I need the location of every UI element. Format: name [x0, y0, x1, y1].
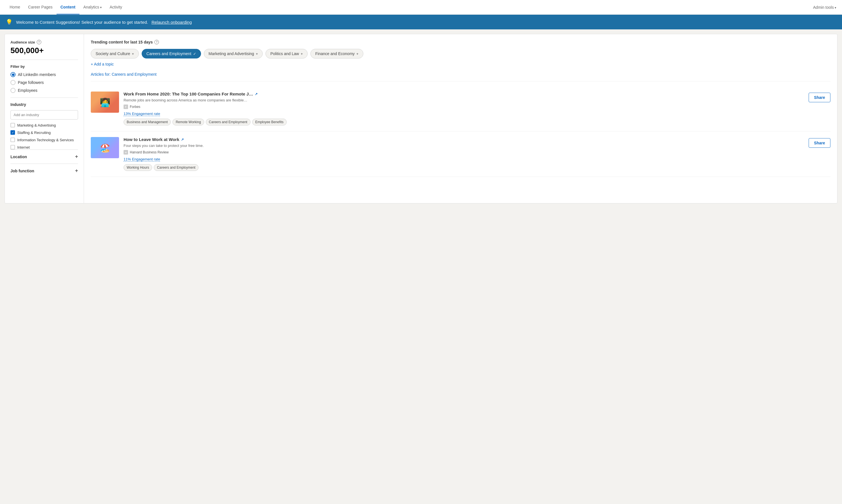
nav-home[interactable]: Home: [6, 0, 24, 14]
article-body-2: How to Leave Work at Work ↗ Four steps y…: [124, 137, 830, 171]
engagement-rate-2[interactable]: 11% Engagement rate: [124, 157, 160, 162]
share-button-2[interactable]: Share: [809, 138, 830, 148]
sidebar-divider-2: [11, 97, 78, 98]
article-thumbnail-2: [91, 137, 119, 158]
welcome-banner: 💡 Welcome to Content Suggestions! Select…: [0, 15, 842, 30]
banner-text: Welcome to Content Suggestions! Select y…: [16, 20, 148, 24]
article-thumbnail-1: [91, 92, 119, 113]
industry-section-title: Industry: [11, 102, 78, 107]
industry-it[interactable]: Information Technology & Services: [11, 138, 78, 142]
politics-tag-icon: +: [301, 52, 303, 56]
tag-careers-emp-2: Careers and Employment: [154, 164, 198, 171]
tag-working-hours: Working Hours: [124, 164, 152, 171]
filter-employees[interactable]: Employees: [11, 88, 78, 93]
industry-search-input[interactable]: [11, 110, 78, 120]
filter-page-followers[interactable]: Page followers: [11, 80, 78, 85]
tag-remote-working: Remote Working: [173, 119, 204, 125]
checkbox-it: [11, 138, 15, 142]
audience-help-icon[interactable]: ?: [37, 40, 41, 44]
society-tag-icon: +: [132, 52, 134, 56]
radio-page-followers: [11, 80, 16, 85]
tag-careers-emp-1: Careers and Employment: [206, 119, 250, 125]
topic-tags: Society and Culture + Careers and Employ…: [91, 49, 830, 58]
topic-finance[interactable]: Finance and Economy +: [311, 49, 363, 58]
checkbox-staffing: ✓: [11, 130, 15, 135]
source-icon-2: H: [124, 150, 128, 155]
article-source-2: H Harvard Business Review: [124, 150, 830, 155]
lightbulb-icon: 💡: [6, 19, 13, 25]
topic-marketing[interactable]: Marketing and Advertising +: [204, 49, 263, 58]
external-link-icon-2: ↗: [181, 138, 184, 142]
audience-size-label: Audience size ?: [11, 40, 78, 44]
article-title-1: Work From Home 2020: The Top 100 Compani…: [124, 92, 830, 96]
topic-politics[interactable]: Politics and Law +: [265, 49, 308, 58]
admin-tools-button[interactable]: Admin tools: [813, 5, 836, 10]
industry-checkbox-group: Marketing & Advertising ✓ Staffing & Rec…: [11, 123, 78, 149]
add-topic-button[interactable]: + Add a topic: [91, 62, 830, 66]
content-area: Trending content for last 15 days ? Soci…: [84, 34, 837, 203]
tag-business-mgmt: Business and Management: [124, 119, 171, 125]
nav-analytics[interactable]: Analytics: [80, 0, 106, 14]
nav-activity[interactable]: Activity: [106, 0, 126, 14]
relaunch-onboarding-link[interactable]: Relaunch onboarding: [152, 20, 192, 24]
radio-all-members: [11, 72, 16, 77]
job-function-expand-icon: +: [75, 168, 78, 174]
engagement-rate-1[interactable]: 13% Engagement rate: [124, 112, 160, 116]
article-card-1: Work From Home 2020: The Top 100 Compani…: [91, 86, 830, 131]
filter-all-members[interactable]: All LinkedIn members: [11, 72, 78, 77]
article-source-1: F Forbes: [124, 105, 830, 109]
location-label: Location: [11, 155, 27, 159]
trending-help-icon[interactable]: ?: [154, 40, 159, 44]
share-button-1[interactable]: Share: [809, 93, 830, 102]
radio-employees: [11, 88, 16, 93]
article-desc-2: Four steps you can take to protect your …: [124, 144, 830, 148]
topic-careers[interactable]: Careers and Employment ✓: [142, 49, 201, 58]
external-link-icon-1: ↗: [255, 92, 258, 96]
audience-number: 500,000+: [11, 46, 78, 55]
job-function-section[interactable]: Job function +: [11, 164, 78, 178]
main-content: Audience size ? 500,000+ Filter by All L…: [4, 34, 838, 203]
marketing-tag-icon: +: [256, 52, 258, 56]
industry-internet[interactable]: Internet: [11, 145, 78, 149]
finance-tag-icon: +: [356, 52, 358, 56]
job-function-label: Job function: [11, 169, 34, 173]
article-title-2: How to Leave Work at Work ↗: [124, 137, 830, 142]
industry-marketing[interactable]: Marketing & Advertising: [11, 123, 78, 127]
filter-radio-group: All LinkedIn members Page followers Empl…: [11, 72, 78, 93]
location-section[interactable]: Location +: [11, 149, 78, 164]
article-desc-1: Remote jobs are booming across America a…: [124, 98, 830, 102]
filter-by-label: Filter by: [11, 65, 78, 69]
nav-items: Home Career Pages Content Analytics Acti…: [6, 0, 813, 14]
sidebar: Audience size ? 500,000+ Filter by All L…: [5, 34, 84, 203]
trending-header: Trending content for last 15 days ?: [91, 40, 830, 44]
article-card-2: How to Leave Work at Work ↗ Four steps y…: [91, 131, 830, 177]
source-icon-1: F: [124, 105, 128, 109]
location-expand-icon: +: [75, 154, 78, 160]
article-body-1: Work From Home 2020: The Top 100 Compani…: [124, 92, 830, 125]
nav-career-pages[interactable]: Career Pages: [24, 0, 56, 14]
topic-society[interactable]: Society and Culture +: [91, 49, 139, 58]
industry-staffing[interactable]: ✓ Staffing & Recruiting: [11, 130, 78, 135]
top-nav: Home Career Pages Content Analytics Acti…: [0, 0, 842, 15]
careers-tag-icon: ✓: [193, 52, 196, 56]
article-tags-1: Business and Management Remote Working C…: [124, 119, 830, 125]
checkbox-internet: [11, 145, 15, 149]
tag-employee-benefits: Employee Benefits: [252, 119, 287, 125]
article-tags-2: Working Hours Careers and Employment: [124, 164, 830, 171]
checkbox-marketing: [11, 123, 15, 127]
nav-content[interactable]: Content: [56, 0, 80, 14]
articles-for: Articles for: Careers and Employment: [91, 72, 830, 82]
